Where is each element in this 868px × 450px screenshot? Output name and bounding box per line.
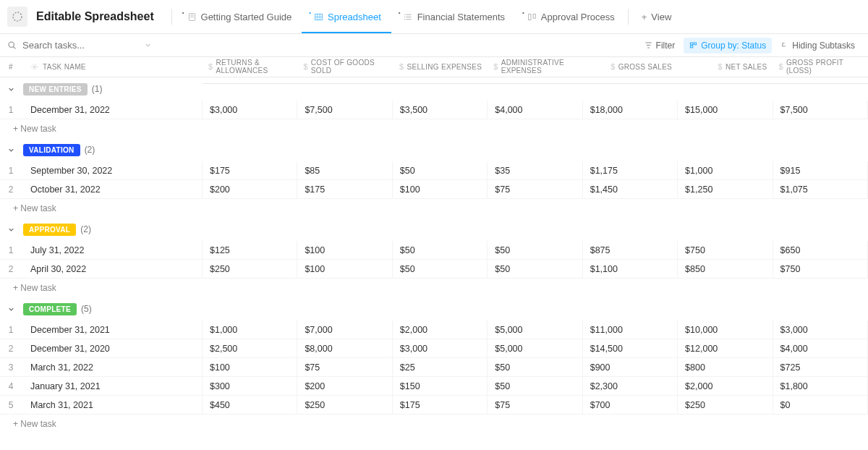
cell-selling[interactable]: $3,500 [393,101,488,119]
cell-cogs[interactable]: $7,500 [297,101,392,119]
task-name-cell[interactable]: September 30, 2022 [22,161,203,179]
chevron-down-icon[interactable] [144,41,152,49]
cell-returns[interactable]: $250 [203,260,297,278]
task-name-cell[interactable]: March 31, 2021 [22,396,203,414]
cell-profit[interactable]: $4,000 [773,339,868,357]
cell-returns[interactable]: $2,500 [203,339,297,357]
cell-net-sales[interactable]: $750 [678,241,773,259]
tab-financial[interactable]: • Financial Statements [391,0,515,33]
table-row[interactable]: 2 December 31, 2020 $2,500 $8,000 $3,000… [0,339,868,358]
table-row[interactable]: 1 December 31, 2021 $1,000 $7,000 $2,000… [0,320,868,339]
task-name-cell[interactable]: December 31, 2020 [22,339,203,357]
cell-gross-sales[interactable]: $11,000 [583,320,678,339]
cell-returns[interactable]: $3,000 [203,101,297,119]
cell-profit[interactable]: $7,500 [773,101,868,119]
cell-cogs[interactable]: $7,000 [297,320,392,339]
cell-net-sales[interactable]: $1,000 [678,161,773,179]
cell-profit[interactable]: $650 [773,241,868,259]
table-row[interactable]: 5 March 31, 2021 $450 $250 $175 $75 $700… [0,396,868,415]
tab-spreadsheet[interactable]: • Spreadsheet [302,0,391,33]
cell-net-sales[interactable]: $10,000 [678,320,773,339]
group-collapse-toggle[interactable] [4,302,17,315]
cell-gross-sales[interactable]: $1,175 [583,161,678,179]
cell-cogs[interactable]: $8,000 [297,339,392,357]
new-task-button[interactable]: + New task [0,415,868,433]
cell-selling[interactable]: $100 [393,180,488,198]
task-name-cell[interactable]: December 31, 2021 [22,320,203,339]
cell-cogs[interactable]: $175 [297,180,392,198]
cell-gross-sales[interactable]: $900 [583,358,678,376]
cell-admin[interactable]: $50 [488,241,582,259]
cell-profit[interactable]: $1,800 [773,377,868,395]
cell-selling[interactable]: $175 [393,396,488,414]
table-row[interactable]: 1 July 31, 2022 $125 $100 $50 $50 $875 $… [0,241,868,260]
cell-gross-sales[interactable]: $1,450 [583,180,678,198]
group-collapse-toggle[interactable] [4,223,17,236]
cell-gross-sales[interactable]: $700 [583,396,678,414]
cell-net-sales[interactable]: $800 [678,358,773,376]
cell-profit[interactable]: $725 [773,358,868,376]
cell-admin[interactable]: $50 [488,358,582,376]
group-status-badge[interactable]: VALIDATION [23,144,80,156]
cell-admin[interactable]: $35 [488,161,582,179]
cell-cogs[interactable]: $100 [297,260,392,278]
cell-returns[interactable]: $300 [203,377,297,395]
cell-cogs[interactable]: $85 [297,161,392,179]
cell-returns[interactable]: $200 [203,180,297,198]
group-status-badge[interactable]: COMPLETE [23,303,77,315]
cell-net-sales[interactable]: $15,000 [678,101,773,119]
cell-net-sales[interactable]: $2,000 [678,377,773,395]
cell-admin[interactable]: $75 [488,180,582,198]
cell-returns[interactable]: $1,000 [203,320,297,339]
search-input[interactable] [22,40,124,51]
table-row[interactable]: 2 October 31, 2022 $200 $175 $100 $75 $1… [0,180,868,199]
new-task-button[interactable]: + New task [0,119,868,138]
cell-admin[interactable]: $50 [488,260,582,278]
cell-net-sales[interactable]: $12,000 [678,339,773,357]
cell-admin[interactable]: $5,000 [488,339,582,357]
cell-returns[interactable]: $175 [203,161,297,179]
group-status-badge[interactable]: APPROVAL [23,224,76,236]
task-name-cell[interactable]: December 31, 2022 [22,101,203,119]
cell-gross-sales[interactable]: $875 [583,241,678,259]
cell-selling[interactable]: $25 [393,358,488,376]
cell-selling[interactable]: $3,000 [393,339,488,357]
new-task-button[interactable]: + New task [0,199,868,218]
cell-gross-sales[interactable]: $1,100 [583,260,678,278]
cell-cogs[interactable]: $200 [297,377,392,395]
gear-icon[interactable] [30,63,38,71]
cell-profit[interactable]: $750 [773,260,868,278]
table-row[interactable]: 1 September 30, 2022 $175 $85 $50 $35 $1… [0,161,868,180]
cell-profit[interactable]: $1,075 [773,180,868,198]
new-task-button[interactable]: + New task [0,279,868,297]
cell-net-sales[interactable]: $1,250 [678,180,773,198]
cell-profit[interactable]: $0 [773,396,868,414]
table-row[interactable]: 3 March 31, 2022 $100 $75 $25 $50 $900 $… [0,358,868,377]
cell-selling[interactable]: $150 [393,377,488,395]
cell-admin[interactable]: $5,000 [488,320,582,339]
cell-gross-sales[interactable]: $2,300 [583,377,678,395]
cell-returns[interactable]: $100 [203,358,297,376]
cell-net-sales[interactable]: $850 [678,260,773,278]
cell-selling[interactable]: $50 [393,161,488,179]
cell-selling[interactable]: $50 [393,241,488,259]
task-name-cell[interactable]: January 31, 2021 [22,377,203,395]
task-name-cell[interactable]: July 31, 2022 [22,241,203,259]
group-status-badge[interactable]: NEW ENTRIES [23,83,88,95]
table-row[interactable]: 2 April 30, 2022 $250 $100 $50 $50 $1,10… [0,260,868,279]
cell-gross-sales[interactable]: $18,000 [583,101,678,119]
cell-admin[interactable]: $50 [488,377,582,395]
cell-returns[interactable]: $450 [203,396,297,414]
cell-returns[interactable]: $125 [203,241,297,259]
cell-gross-sales[interactable]: $14,500 [583,339,678,357]
cell-net-sales[interactable]: $250 [678,396,773,414]
cell-cogs[interactable]: $100 [297,241,392,259]
table-row[interactable]: 4 January 31, 2021 $300 $200 $150 $50 $2… [0,377,868,396]
cell-selling[interactable]: $2,000 [393,320,488,339]
cell-profit[interactable]: $915 [773,161,868,179]
cell-admin[interactable]: $4,000 [488,101,582,119]
tab-approval[interactable]: • Approval Process [515,0,625,33]
search-box[interactable] [7,40,152,51]
cell-admin[interactable]: $75 [488,396,582,414]
cell-cogs[interactable]: $250 [297,396,392,414]
